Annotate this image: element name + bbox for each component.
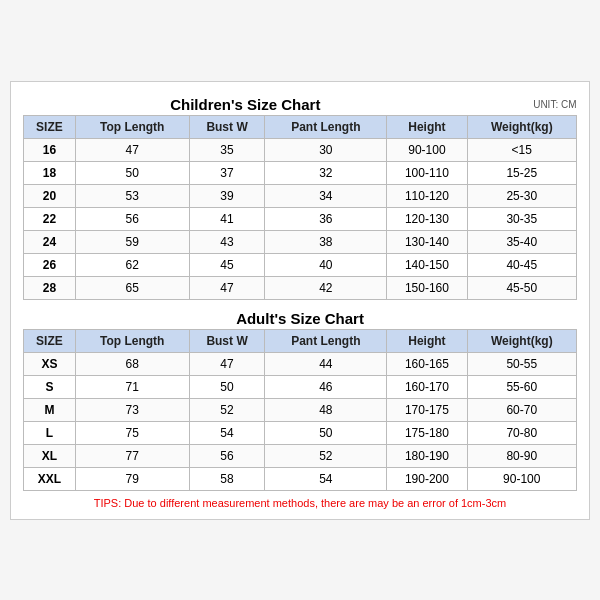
children-cell-4-5: 35-40: [467, 230, 576, 253]
children-cell-3-0: 22: [24, 207, 76, 230]
children-cell-6-4: 150-160: [387, 276, 467, 299]
children-cell-5-2: 45: [189, 253, 265, 276]
children-table-row: 1647353090-100<15: [24, 138, 577, 161]
children-cell-3-2: 41: [189, 207, 265, 230]
adults-table-row: S715046160-17055-60: [24, 375, 577, 398]
adults-cell-5-0: XXL: [24, 467, 76, 490]
children-cell-0-2: 35: [189, 138, 265, 161]
children-cell-1-3: 32: [265, 161, 387, 184]
children-cell-3-1: 56: [75, 207, 189, 230]
adults-cell-0-5: 50-55: [467, 352, 576, 375]
adults-cell-3-5: 70-80: [467, 421, 576, 444]
children-cell-2-4: 110-120: [387, 184, 467, 207]
adults-cell-5-5: 90-100: [467, 467, 576, 490]
adults-cell-3-2: 54: [189, 421, 265, 444]
children-table-row: 28654742150-16045-50: [24, 276, 577, 299]
adults-table-row: XL775652180-19080-90: [24, 444, 577, 467]
children-cell-2-5: 25-30: [467, 184, 576, 207]
adults-cell-3-0: L: [24, 421, 76, 444]
children-cell-4-3: 38: [265, 230, 387, 253]
adults-cell-0-1: 68: [75, 352, 189, 375]
adults-cell-2-5: 60-70: [467, 398, 576, 421]
adults-cell-5-3: 54: [265, 467, 387, 490]
adults-cell-4-4: 180-190: [387, 444, 467, 467]
children-cell-0-4: 90-100: [387, 138, 467, 161]
adults-col-height: Height: [387, 329, 467, 352]
adults-cell-4-3: 52: [265, 444, 387, 467]
children-cell-1-2: 37: [189, 161, 265, 184]
children-table-header: SIZE Top Length Bust W Pant Length Heigh…: [24, 115, 577, 138]
adults-cell-1-4: 160-170: [387, 375, 467, 398]
children-cell-0-3: 30: [265, 138, 387, 161]
children-cell-1-4: 100-110: [387, 161, 467, 184]
adults-cell-4-2: 56: [189, 444, 265, 467]
children-cell-4-4: 130-140: [387, 230, 467, 253]
children-col-height: Height: [387, 115, 467, 138]
children-cell-0-1: 47: [75, 138, 189, 161]
children-section-title: Children's Size Chart: [170, 96, 320, 113]
adults-section-title: Adult's Size Chart: [236, 310, 364, 327]
adults-cell-0-0: XS: [24, 352, 76, 375]
children-cell-3-4: 120-130: [387, 207, 467, 230]
adults-cell-4-5: 80-90: [467, 444, 576, 467]
children-cell-1-5: 15-25: [467, 161, 576, 184]
adults-table-row: L755450175-18070-80: [24, 421, 577, 444]
adults-cell-3-1: 75: [75, 421, 189, 444]
adults-cell-1-5: 55-60: [467, 375, 576, 398]
adults-cell-1-2: 50: [189, 375, 265, 398]
chart-container: Children's Size Chart UNIT: CM SIZE Top …: [10, 81, 590, 520]
children-cell-6-2: 47: [189, 276, 265, 299]
adults-cell-1-3: 46: [265, 375, 387, 398]
children-cell-2-1: 53: [75, 184, 189, 207]
adults-table-row: XXL795854190-20090-100: [24, 467, 577, 490]
children-table-row: 24594338130-14035-40: [24, 230, 577, 253]
children-col-weight: Weight(kg): [467, 115, 576, 138]
adults-cell-4-1: 77: [75, 444, 189, 467]
children-cell-1-1: 50: [75, 161, 189, 184]
children-cell-5-5: 40-45: [467, 253, 576, 276]
children-cell-5-3: 40: [265, 253, 387, 276]
children-table-row: 20533934110-12025-30: [24, 184, 577, 207]
children-cell-4-0: 24: [24, 230, 76, 253]
adults-cell-2-0: M: [24, 398, 76, 421]
adults-col-top-length: Top Length: [75, 329, 189, 352]
adults-table-row: XS684744160-16550-55: [24, 352, 577, 375]
children-cell-6-5: 45-50: [467, 276, 576, 299]
children-cell-0-0: 16: [24, 138, 76, 161]
children-cell-3-3: 36: [265, 207, 387, 230]
children-col-top-length: Top Length: [75, 115, 189, 138]
children-cell-5-4: 140-150: [387, 253, 467, 276]
children-col-bust-w: Bust W: [189, 115, 265, 138]
adults-table-row: M735248170-17560-70: [24, 398, 577, 421]
unit-label: UNIT: CM: [467, 92, 576, 116]
adults-cell-5-2: 58: [189, 467, 265, 490]
children-cell-4-2: 43: [189, 230, 265, 253]
adults-cell-0-3: 44: [265, 352, 387, 375]
adults-cell-5-1: 79: [75, 467, 189, 490]
children-cell-5-0: 26: [24, 253, 76, 276]
adults-col-size: SIZE: [24, 329, 76, 352]
adults-cell-5-4: 190-200: [387, 467, 467, 490]
children-table-row: 18503732100-11015-25: [24, 161, 577, 184]
children-cell-6-0: 28: [24, 276, 76, 299]
children-cell-2-2: 39: [189, 184, 265, 207]
adults-cell-3-3: 50: [265, 421, 387, 444]
children-col-size: SIZE: [24, 115, 76, 138]
adults-cell-3-4: 175-180: [387, 421, 467, 444]
children-cell-6-3: 42: [265, 276, 387, 299]
adults-cell-2-3: 48: [265, 398, 387, 421]
adults-col-weight: Weight(kg): [467, 329, 576, 352]
tips-text: TIPS: Due to different measurement metho…: [23, 497, 577, 509]
children-cell-6-1: 65: [75, 276, 189, 299]
children-size-table: Children's Size Chart UNIT: CM SIZE Top …: [23, 92, 577, 300]
adults-cell-4-0: XL: [24, 444, 76, 467]
children-cell-1-0: 18: [24, 161, 76, 184]
children-cell-4-1: 59: [75, 230, 189, 253]
children-cell-0-5: <15: [467, 138, 576, 161]
adults-col-pant-length: Pant Length: [265, 329, 387, 352]
adults-cell-0-4: 160-165: [387, 352, 467, 375]
adults-cell-1-0: S: [24, 375, 76, 398]
children-cell-2-3: 34: [265, 184, 387, 207]
adults-col-bust-w: Bust W: [189, 329, 265, 352]
adults-table-header: SIZE Top Length Bust W Pant Length Heigh…: [24, 329, 577, 352]
